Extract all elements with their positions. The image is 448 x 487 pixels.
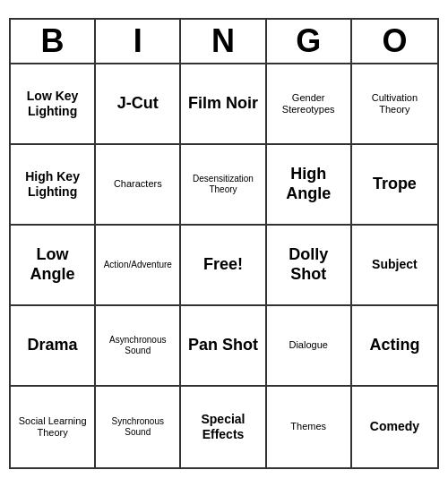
bingo-cell-text-5: High Key Lighting [14,169,90,200]
bingo-cell-12[interactable]: Free! [181,226,266,306]
bingo-cell-text-11: Action/Adventure [104,260,172,270]
bingo-cell-text-0: Low Key Lighting [14,89,90,119]
bingo-cell-3[interactable]: Gender Stereotypes [267,64,352,145]
bingo-cell-text-7: Desensitization Theory [185,174,261,195]
bingo-cell-10[interactable]: Low Angle [11,226,96,306]
bingo-cell-9[interactable]: Trope [352,145,437,226]
bingo-cell-4[interactable]: Cultivation Theory [352,64,437,145]
bingo-cell-7[interactable]: Desensitization Theory [181,145,266,226]
bingo-cell-17[interactable]: Pan Shot [181,306,266,387]
header-letter-b: B [11,20,96,63]
bingo-cell-11[interactable]: Action/Adventure [96,226,181,306]
bingo-cell-23[interactable]: Themes [267,387,352,467]
bingo-cell-text-1: J-Cut [117,94,159,114]
bingo-cell-text-18: Dialogue [289,339,327,351]
bingo-cell-2[interactable]: Film Noir [181,64,266,145]
bingo-cell-text-17: Pan Shot [188,336,258,355]
bingo-cell-6[interactable]: Characters [96,145,181,226]
bingo-cell-text-15: Drama [28,336,78,355]
bingo-cell-text-12: Free! [203,255,243,275]
bingo-cell-1[interactable]: J-Cut [96,64,181,145]
bingo-cell-5[interactable]: High Key Lighting [11,145,96,226]
bingo-cell-15[interactable]: Drama [11,306,96,387]
bingo-cell-text-13: Dolly Shot [271,245,347,284]
bingo-cell-19[interactable]: Acting [352,306,437,387]
bingo-cell-text-9: Trope [373,175,417,194]
header-letter-o: O [352,20,437,63]
bingo-cell-text-8: High Angle [271,165,347,203]
bingo-card: BINGO Low Key LightingJ-CutFilm NoirGend… [9,18,439,469]
bingo-cell-text-16: Asynchronous Sound [99,335,176,356]
bingo-cell-text-3: Gender Stereotypes [271,92,347,115]
bingo-cell-text-21: Synchronous Sound [99,416,176,438]
bingo-header: BINGO [9,18,439,63]
bingo-cell-8[interactable]: High Angle [267,145,352,226]
bingo-cell-16[interactable]: Asynchronous Sound [96,306,181,387]
bingo-cell-text-2: Film Noir [188,94,258,114]
bingo-cell-text-4: Cultivation Theory [356,92,434,115]
bingo-grid: Low Key LightingJ-CutFilm NoirGender Ste… [9,63,439,469]
bingo-cell-text-20: Social Learning Theory [14,415,90,439]
bingo-cell-text-23: Themes [290,421,326,432]
bingo-cell-13[interactable]: Dolly Shot [267,226,352,306]
header-letter-i: I [96,20,181,63]
bingo-cell-text-10: Low Angle [14,245,90,284]
bingo-cell-18[interactable]: Dialogue [267,306,352,387]
bingo-cell-21[interactable]: Synchronous Sound [96,387,181,467]
bingo-cell-22[interactable]: Special Effects [181,387,266,467]
bingo-cell-text-19: Acting [369,336,419,355]
header-letter-g: G [267,20,352,63]
bingo-cell-20[interactable]: Social Learning Theory [11,387,96,467]
bingo-cell-text-6: Characters [114,178,162,190]
bingo-cell-text-14: Subject [372,257,418,272]
bingo-cell-24[interactable]: Comedy [352,387,437,467]
bingo-cell-text-24: Comedy [370,419,419,434]
bingo-cell-text-22: Special Effects [185,412,261,442]
bingo-cell-0[interactable]: Low Key Lighting [11,64,96,145]
bingo-cell-14[interactable]: Subject [352,226,437,306]
header-letter-n: N [181,20,266,63]
